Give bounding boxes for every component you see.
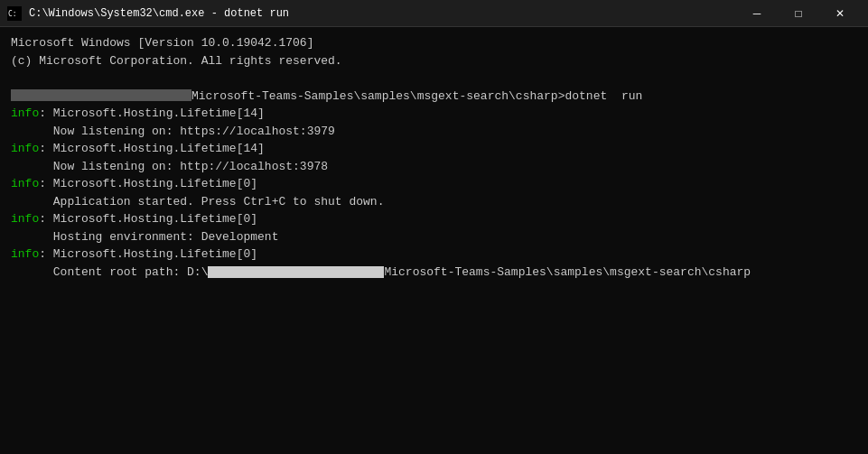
info-label-4: info xyxy=(11,212,39,226)
title-bar-controls: ─ □ ✕ xyxy=(736,0,861,27)
window: C: C:\Windows\System32\cmd.exe - dotnet … xyxy=(0,0,868,454)
line-hosting: Hosting environment: Development xyxy=(11,228,857,246)
info-label-1: info xyxy=(11,107,39,120)
line-listen1: Now listening on: https://localhost:3979 xyxy=(11,123,857,141)
line-info2: info: Microsoft.Hosting.Lifetime[14] xyxy=(11,140,857,158)
cmd-icon: C: xyxy=(7,6,22,21)
info-label-2: info xyxy=(11,142,39,155)
title-bar-left: C: C:\Windows\System32\cmd.exe - dotnet … xyxy=(7,6,289,21)
svg-text:C:: C: xyxy=(8,10,17,18)
line-info4: info: Microsoft.Hosting.Lifetime[0] xyxy=(11,210,857,228)
line-contentroot: Content root path: D:\ Microsoft-Teams-S… xyxy=(11,264,857,282)
line-3 xyxy=(11,69,857,88)
maximize-button[interactable]: □ xyxy=(778,0,819,27)
redacted-path xyxy=(208,266,384,278)
minimize-button[interactable]: ─ xyxy=(736,0,778,27)
redacted-user xyxy=(11,89,191,101)
close-button[interactable]: ✕ xyxy=(819,0,861,27)
terminal: Microsoft Windows [Version 10.0.19042.17… xyxy=(0,27,868,454)
title-text: C:\Windows\System32\cmd.exe - dotnet run xyxy=(29,7,289,20)
line-1: Microsoft Windows [Version 10.0.19042.17… xyxy=(11,34,857,52)
info-label-5: info xyxy=(11,247,39,261)
title-bar: C: C:\Windows\System32\cmd.exe - dotnet … xyxy=(0,0,868,27)
line-2: (c) Microsoft Corporation. All rights re… xyxy=(11,52,857,70)
line-appstart: Application started. Press Ctrl+C to shu… xyxy=(11,193,857,211)
line-info5: info: Microsoft.Hosting.Lifetime[0] xyxy=(11,246,857,264)
line-prompt: Microsoft-Teams-Samples\samples\msgext-s… xyxy=(11,88,857,106)
line-listen2: Now listening on: http://localhost:3978 xyxy=(11,158,857,176)
line-info1: info: Microsoft.Hosting.Lifetime[14] xyxy=(11,105,857,123)
line-info3: info: Microsoft.Hosting.Lifetime[0] xyxy=(11,175,857,193)
info-label-3: info xyxy=(11,177,39,190)
